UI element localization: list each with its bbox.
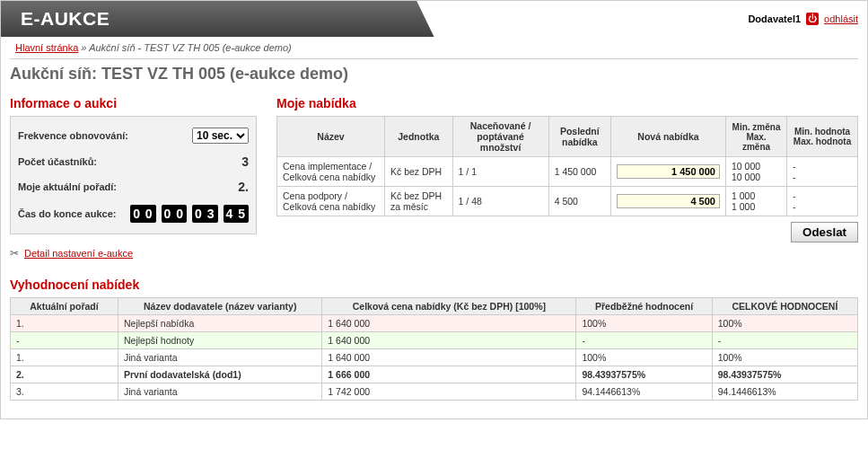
eval-score: 94.1446613% (712, 383, 857, 401)
bid-minval: -- (787, 157, 858, 187)
col-name: Název (277, 117, 385, 157)
eval-col-pre: Předběžné hodnocení (576, 298, 712, 315)
bid-row: Cena podpory / Celková cena nabídkyKč be… (277, 187, 858, 216)
participants-value: 3 (241, 154, 249, 169)
eval-total: 1 640 000 (322, 349, 576, 366)
eval-rank: - (11, 332, 118, 349)
eval-rank: 3. (11, 383, 118, 401)
eval-supplier: Jiná varianta (118, 349, 322, 366)
logout-link[interactable]: odhlásit (824, 13, 858, 24)
wrench-icon: ✂ (10, 247, 19, 260)
col-unit: Jednotka (385, 117, 453, 157)
col-new: Nová nabídka (610, 117, 725, 157)
eval-title: Vyhodnocení nabídek (10, 278, 858, 292)
power-icon: ⏻ (806, 13, 819, 25)
eval-score: 98.43937575% (712, 366, 857, 383)
bid-minchange: 10 00010 000 (725, 157, 786, 187)
eval-row: 1.Nejlepší nabídka1 640 000100%100% (11, 315, 858, 332)
eval-rank: 1. (11, 315, 118, 332)
col-minchange: Min. změna Max. změna (725, 117, 786, 157)
page-title: Aukční síň: TEST VZ TH 005 (e-aukce demo… (10, 65, 858, 84)
bids-table: Název Jednotka Naceňované / poptávané mn… (276, 116, 858, 216)
col-minval: Min. hodnota Max. hodnota (787, 117, 858, 157)
participants-label: Počet účastníků: (18, 156, 97, 167)
eval-pre: 100% (576, 349, 712, 366)
eval-table: Aktuální pořadí Název dodavatele (název … (10, 297, 858, 401)
app-header: E-AUKCE Dodavatel1 ⏻ odhlásit (1, 1, 867, 37)
bid-unit: Kč bez DPH za měsíc (385, 187, 453, 216)
col-last: Poslední nabídka (548, 117, 610, 157)
eval-total: 1 742 000 (322, 383, 576, 401)
bid-unit: Kč bez DPH (385, 157, 453, 187)
bid-qty: 1 / 1 (452, 157, 548, 187)
auction-info-box: Frekvence obnovování: 10 sec. Počet účas… (10, 116, 257, 234)
eval-supplier: Nejlepší hodnoty (118, 332, 322, 349)
bids-title: Moje nabídka (276, 96, 858, 110)
bid-last: 1 450 000 (548, 157, 610, 187)
eval-col-score: CELKOVÉ HODNOCENÍ (712, 298, 857, 315)
eval-score: 100% (712, 315, 857, 332)
eval-rank: 1. (11, 349, 118, 366)
eval-col-rank: Aktuální pořadí (11, 298, 118, 315)
bid-row: Cena implementace / Celková cena nabídky… (277, 157, 858, 187)
bid-last: 4 500 (548, 187, 610, 216)
bid-qty: 1 / 48 (452, 187, 548, 216)
countdown: 0 0 0 0 0 3 4 5 (130, 205, 249, 223)
eval-pre: - (576, 332, 712, 349)
eval-supplier: První dodavatelská (dod1) (118, 366, 322, 383)
bid-new-input[interactable] (617, 194, 720, 208)
submit-bids-button[interactable]: Odeslat (791, 222, 858, 242)
eval-row: 1.Jiná varianta1 640 000100%100% (11, 349, 858, 366)
eval-supplier: Jiná varianta (118, 383, 322, 401)
bid-name: Cena implementace / Celková cena nabídky (277, 157, 385, 187)
eval-col-total: Celková cena nabídky (Kč bez DPH) [100%] (322, 298, 576, 315)
bid-minval: -- (787, 187, 858, 216)
bid-minchange: 1 0001 000 (725, 187, 786, 216)
eval-score: 100% (712, 349, 857, 366)
refresh-label: Frekvence obnovování: (18, 130, 128, 141)
eval-score: - (712, 332, 857, 349)
breadcrumb: Hlavní stránka » Aukční síň - TEST VZ TH… (15, 42, 858, 53)
auction-settings-link[interactable]: Detail nastavení e-aukce (24, 248, 133, 259)
eval-supplier: Nejlepší nabídka (118, 315, 322, 332)
breadcrumb-home[interactable]: Hlavní stránka (15, 42, 78, 53)
info-title: Informace o aukci (10, 96, 257, 110)
my-rank-value: 2. (238, 180, 249, 194)
eval-pre: 98.43937575% (576, 366, 712, 383)
current-user: Dodavatel1 (748, 13, 801, 24)
eval-pre: 100% (576, 315, 712, 332)
eval-row: -Nejlepší hodnoty1 640 000-- (11, 332, 858, 349)
app-title: E-AUKCE (10, 8, 110, 30)
eval-total: 1 640 000 (322, 332, 576, 349)
breadcrumb-current: Aukční síň - TEST VZ TH 005 (e-aukce dem… (89, 42, 292, 53)
eval-row: 2.První dodavatelská (dod1)1 666 00098.4… (11, 366, 858, 383)
refresh-select[interactable]: 10 sec. (192, 128, 249, 144)
bid-name: Cena podpory / Celková cena nabídky (277, 187, 385, 216)
eval-total: 1 666 000 (322, 366, 576, 383)
eval-rank: 2. (11, 366, 118, 383)
eval-total: 1 640 000 (322, 315, 576, 332)
bid-new-input[interactable] (617, 164, 720, 179)
eval-col-supplier: Název dodavatele (název varianty) (118, 298, 322, 315)
eval-pre: 94.1446613% (576, 383, 712, 401)
countdown-label: Čas do konce aukce: (18, 208, 116, 219)
eval-row: 3.Jiná varianta1 742 00094.1446613%94.14… (11, 383, 858, 401)
my-rank-label: Moje aktuální pořadí: (18, 181, 117, 192)
col-qty: Naceňované / poptávané množství (452, 117, 548, 157)
